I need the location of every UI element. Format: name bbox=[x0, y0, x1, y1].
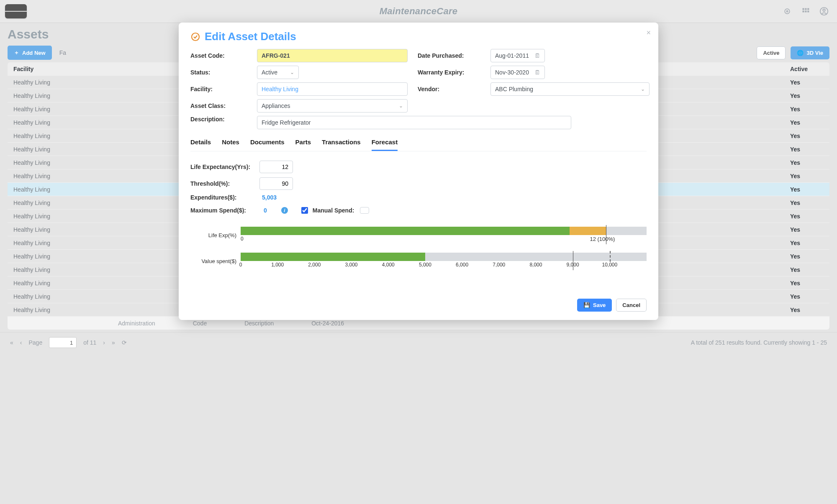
max-spend-link[interactable]: 0 bbox=[261, 207, 267, 214]
label-vendor: Vendor: bbox=[418, 86, 480, 92]
pager-last-icon[interactable]: » bbox=[112, 339, 115, 346]
threshold-input[interactable] bbox=[259, 177, 293, 190]
date-purchased-input[interactable]: Aug-01-2011 🗓 bbox=[490, 49, 545, 62]
tab-notes[interactable]: Notes bbox=[222, 134, 239, 151]
add-new-button[interactable]: ＋ Add New bbox=[8, 46, 52, 60]
svg-rect-4 bbox=[807, 8, 809, 10]
description-input[interactable] bbox=[257, 116, 571, 129]
value-axis-tick: 2,000 bbox=[308, 262, 321, 268]
tab-forecast[interactable]: Forecast bbox=[372, 134, 398, 151]
save-disk-icon: 💾 bbox=[583, 302, 590, 308]
active-cell: Yes bbox=[790, 226, 824, 233]
mid-date: Oct-24-2016 bbox=[311, 320, 344, 327]
value-axis-tick: 7,000 bbox=[493, 262, 505, 268]
status-select[interactable]: Active bbox=[257, 66, 299, 79]
pager-page-input[interactable] bbox=[49, 337, 77, 348]
warranty-input[interactable]: Nov-30-2020 🗓 bbox=[490, 66, 545, 79]
active-cell: Yes bbox=[790, 159, 824, 166]
info-icon[interactable]: i bbox=[281, 207, 288, 214]
active-cell: Yes bbox=[790, 213, 824, 220]
save-label: Save bbox=[593, 302, 606, 308]
facility-cell: Healthy Living bbox=[13, 159, 118, 166]
tab-parts[interactable]: Parts bbox=[295, 134, 311, 151]
asset-class-select[interactable]: Appliances bbox=[257, 99, 408, 113]
mid-desc: Description bbox=[244, 320, 274, 327]
pager-prev-icon[interactable]: ‹ bbox=[20, 339, 22, 346]
pager-next-icon[interactable]: › bbox=[103, 339, 105, 346]
expenditures-link[interactable]: 5,003 bbox=[259, 194, 295, 201]
hamburger-menu-button[interactable] bbox=[5, 4, 27, 18]
vendor-select[interactable]: ABC Plumbing bbox=[490, 82, 650, 96]
pager-first-icon[interactable]: « bbox=[10, 339, 13, 346]
tab-details[interactable]: Details bbox=[190, 134, 211, 151]
save-button[interactable]: 💾 Save bbox=[577, 299, 612, 312]
manual-spend-input[interactable] bbox=[360, 207, 369, 214]
active-cell: Yes bbox=[790, 92, 824, 99]
facility-cell: Healthy Living bbox=[13, 280, 118, 287]
facility-cell: Healthy Living bbox=[13, 119, 118, 126]
value-axis-tick: 3,000 bbox=[345, 262, 358, 268]
svg-point-9 bbox=[823, 9, 825, 12]
cancel-button[interactable]: Cancel bbox=[616, 299, 647, 312]
svg-rect-7 bbox=[807, 10, 809, 12]
add-new-label: Add New bbox=[22, 50, 46, 56]
active-cell: Yes bbox=[790, 173, 824, 179]
active-cell: Yes bbox=[790, 200, 824, 206]
facility-cell: Healthy Living bbox=[13, 200, 118, 206]
tab-documents[interactable]: Documents bbox=[250, 134, 285, 151]
3d-view-label: 3D Vie bbox=[806, 50, 823, 56]
facility-cell: Healthy Living bbox=[13, 226, 118, 233]
facility-value: Healthy Living bbox=[262, 86, 298, 92]
mid-code: Code bbox=[193, 320, 207, 327]
calendar-icon: 🗓 bbox=[534, 52, 540, 59]
asset-code-input[interactable] bbox=[257, 49, 408, 62]
label-expenditures: Expenditures($): bbox=[190, 194, 255, 201]
label-description: Description: bbox=[190, 116, 247, 129]
label-date-purchased: Date Purchased: bbox=[418, 52, 480, 59]
top-bar: MaintenanceCare bbox=[0, 0, 837, 23]
modal-close-button[interactable]: × bbox=[646, 28, 651, 37]
facility-cell: Healthy Living bbox=[13, 293, 118, 300]
col-facility-header[interactable]: Facility bbox=[13, 66, 118, 72]
value-axis-tick: 8,000 bbox=[529, 262, 542, 268]
user-profile-icon[interactable] bbox=[819, 7, 829, 16]
facility-cell: Healthy Living bbox=[13, 186, 118, 193]
value-axis-tick: 10,000 bbox=[602, 262, 617, 268]
life-exp-bar bbox=[241, 227, 647, 235]
status-value: Active bbox=[262, 69, 277, 76]
label-manual-spend: Manual Spend: bbox=[313, 207, 354, 214]
facility-cell: Healthy Living bbox=[13, 133, 118, 139]
edit-asset-modal: × Edit Asset Details Asset Code: Date Pu… bbox=[179, 23, 658, 320]
active-cell: Yes bbox=[790, 280, 824, 287]
life-axis-start: 0 bbox=[241, 236, 244, 242]
label-warranty: Warranty Expiry: bbox=[418, 69, 480, 76]
svg-rect-6 bbox=[805, 10, 806, 12]
active-cell: Yes bbox=[790, 106, 824, 113]
active-cell: Yes bbox=[790, 266, 824, 273]
pager-page-label: Page bbox=[28, 339, 42, 346]
facility-filter[interactable]: Fa bbox=[59, 49, 66, 56]
pager-refresh-icon[interactable]: ⟳ bbox=[122, 339, 127, 346]
tab-transactions[interactable]: Transactions bbox=[322, 134, 361, 151]
active-cell: Yes bbox=[790, 133, 824, 139]
apps-grid-icon[interactable] bbox=[801, 7, 810, 16]
life-expectancy-input[interactable] bbox=[259, 161, 293, 173]
active-cell: Yes bbox=[790, 186, 824, 193]
forecast-chart: Life Exp(%) 0 12 (100%) Value spent($) bbox=[190, 227, 647, 269]
facility-cell: Healthy Living bbox=[13, 253, 118, 260]
facility-readonly[interactable]: Healthy Living bbox=[257, 82, 408, 96]
settings-gear-icon[interactable] bbox=[783, 7, 792, 16]
active-filter-button[interactable]: Active bbox=[757, 46, 786, 59]
svg-rect-2 bbox=[803, 8, 804, 10]
value-spent-bar bbox=[241, 253, 647, 261]
svg-rect-3 bbox=[805, 8, 806, 10]
label-life-expectancy: Life Expectancy(Yrs): bbox=[190, 164, 255, 170]
value-axis-tick: 0 bbox=[239, 262, 242, 268]
3d-view-button[interactable]: 🌐 3D Vie bbox=[791, 46, 829, 59]
value-axis-tick: 5,000 bbox=[419, 262, 431, 268]
facility-cell: Healthy Living bbox=[13, 146, 118, 153]
col-active-header[interactable]: Active bbox=[790, 66, 824, 72]
calendar-icon: 🗓 bbox=[534, 69, 540, 76]
manual-spend-checkbox[interactable] bbox=[301, 207, 308, 214]
active-cell: Yes bbox=[790, 307, 824, 313]
